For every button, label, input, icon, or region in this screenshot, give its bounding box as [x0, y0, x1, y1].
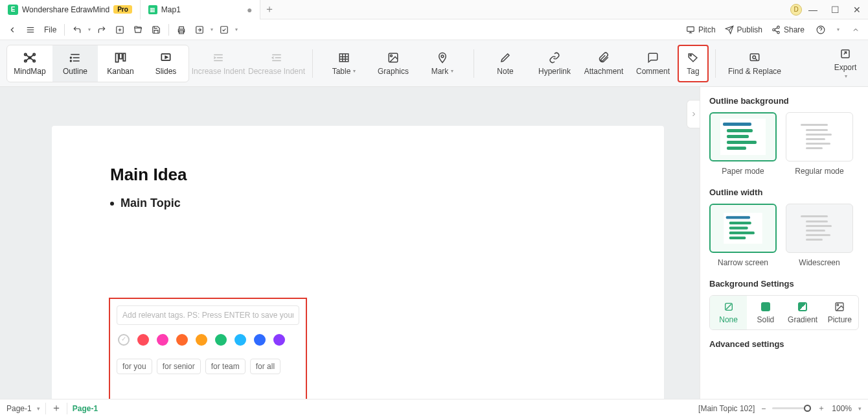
indent-right-icon	[212, 51, 224, 64]
table-button[interactable]: Table▾	[319, 45, 369, 82]
bg-picture[interactable]: Picture	[821, 296, 858, 329]
tag-color-7[interactable]	[273, 334, 285, 346]
tag-color-0[interactable]	[137, 334, 149, 346]
tag-color-5[interactable]	[234, 334, 246, 346]
bg-gradient[interactable]: Gradient	[784, 296, 821, 329]
format-sidepanel: Outline background Paper mode Regular mo…	[700, 87, 868, 399]
view-slides[interactable]: Slides	[143, 45, 188, 82]
main-topic[interactable]: Main Topic	[120, 197, 181, 210]
svg-line-30	[30, 58, 34, 61]
svg-marker-40	[165, 56, 167, 58]
tag-color-6[interactable]	[254, 334, 266, 346]
hyperlink-label: Hyperlink	[538, 67, 571, 76]
help-button[interactable]	[814, 23, 828, 37]
outline-icon	[69, 51, 82, 64]
hyperlink-button[interactable]: Hyperlink	[530, 45, 579, 82]
tag-preset-1[interactable]: for senior	[157, 359, 201, 374]
tag-color-3[interactable]	[196, 334, 207, 346]
page-select[interactable]: Page-1	[6, 404, 32, 413]
print-button[interactable]	[174, 23, 188, 37]
back-button[interactable]	[5, 23, 19, 37]
add-page-button[interactable]: ＋	[51, 401, 62, 415]
svg-point-17	[777, 31, 780, 34]
file-menu[interactable]: File	[41, 25, 59, 34]
mindmap-icon	[23, 51, 36, 64]
svg-point-54	[441, 54, 444, 57]
redo-button[interactable]	[95, 23, 109, 37]
increase-indent-button[interactable]: Increase Indent	[189, 45, 247, 82]
picture-icon	[834, 301, 845, 313]
svg-rect-59	[841, 50, 849, 58]
view-kanban[interactable]: Kanban	[98, 45, 143, 82]
regular-mode-label: Regular mode	[786, 167, 853, 176]
share-quick-button[interactable]	[192, 23, 207, 37]
topic-row[interactable]: Main Topic	[110, 197, 606, 210]
attachment-button[interactable]: Attachment	[579, 45, 628, 82]
statusbar: Page-1 ▾ ＋ Page-1 [Main Topic 102] − ＋ 1…	[0, 399, 868, 417]
zoom-slider[interactable]	[772, 407, 811, 409]
tag-preset-3[interactable]: for all	[250, 359, 280, 374]
canvas[interactable]: Main Idea Main Topic for youfor seniorfo…	[0, 87, 700, 399]
zoom-in-button[interactable]: ＋	[817, 403, 825, 414]
tag-preset-0[interactable]: for you	[117, 359, 152, 374]
zoom-out-button[interactable]: −	[761, 404, 766, 413]
collapse-ribbon-button[interactable]	[849, 23, 863, 37]
undo-button[interactable]	[70, 23, 84, 37]
mark-button[interactable]: Mark▾	[418, 45, 467, 82]
bg-none[interactable]: None	[710, 296, 747, 329]
tag-preset-2[interactable]: for team	[205, 359, 246, 374]
share-button[interactable]: Share	[771, 25, 805, 34]
tag-icon	[687, 51, 699, 64]
window-maximize[interactable]: ☐	[824, 5, 846, 15]
note-button[interactable]: Note	[481, 45, 530, 82]
tag-color-1[interactable]	[157, 334, 168, 346]
user-avatar[interactable]: D	[790, 4, 802, 16]
narrow-card[interactable]	[709, 204, 777, 253]
comment-icon	[647, 51, 659, 64]
view-mindmap-label: MindMap	[14, 67, 45, 76]
tag-button[interactable]: Tag	[678, 45, 709, 82]
main-idea[interactable]: Main Idea	[110, 165, 606, 185]
regular-mode-card[interactable]	[786, 112, 853, 161]
page-tab[interactable]: Page-1	[73, 404, 98, 413]
add-tab-button[interactable]: ＋	[260, 3, 279, 16]
app-name: Wondershare EdrawMind	[22, 5, 109, 14]
view-outline[interactable]: Outline	[52, 45, 98, 82]
graphics-button[interactable]: Graphics	[369, 45, 418, 82]
doc-tab[interactable]: ▦ Map1 ●	[141, 0, 261, 19]
find-replace-button[interactable]: Find & Replace	[722, 45, 787, 82]
app-tab[interactable]: E Wondershare EdrawMind Pro	[0, 0, 141, 19]
advanced-settings-title[interactable]: Advanced settings	[709, 339, 859, 349]
open-button[interactable]	[131, 23, 145, 37]
export-button[interactable]: Export ▾	[829, 45, 862, 82]
export-icon	[839, 47, 851, 60]
bullet-icon	[110, 202, 114, 206]
comment-button[interactable]: Comment	[628, 45, 678, 82]
graphics-icon	[387, 51, 399, 64]
view-mindmap[interactable]: MindMap	[7, 45, 52, 82]
indent-left-icon	[271, 51, 282, 64]
bg-solid[interactable]: Solid	[747, 296, 784, 329]
svg-line-19	[775, 30, 777, 31]
decrease-indent-button[interactable]: Decrease Indent	[247, 45, 306, 82]
increase-indent-label: Increase Indent	[192, 67, 246, 76]
tag-input[interactable]	[117, 305, 299, 325]
save-button[interactable]	[149, 23, 163, 37]
checklist-button[interactable]	[217, 23, 231, 37]
collapse-side-button[interactable]	[687, 100, 700, 128]
zoom-value[interactable]: 100%	[832, 404, 852, 413]
tag-color-4[interactable]	[215, 334, 227, 346]
hamburger-button[interactable]	[23, 23, 38, 37]
tag-color-none[interactable]	[118, 334, 130, 346]
pitch-button[interactable]: Pitch	[686, 25, 716, 34]
svg-point-53	[391, 54, 393, 56]
publish-button[interactable]: Publish	[725, 25, 762, 34]
ribbon-toolbar: MindMap Outline Kanban Slides Increase I…	[0, 40, 868, 87]
tag-color-2[interactable]	[176, 334, 188, 346]
wide-card[interactable]	[786, 204, 853, 253]
new-button[interactable]	[113, 23, 127, 37]
none-icon	[723, 301, 735, 313]
window-minimize[interactable]: ―	[802, 5, 824, 15]
paper-mode-card[interactable]	[709, 112, 777, 161]
window-close[interactable]: ✕	[846, 5, 868, 15]
